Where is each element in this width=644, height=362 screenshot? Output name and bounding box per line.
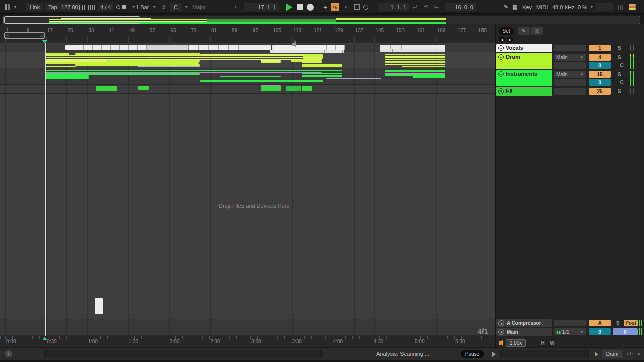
track-header-drum[interactable]: ≡ Drum Main▼ 4 S 0 C: [496, 53, 638, 70]
clip[interactable]: [220, 76, 281, 77]
drum-name-cell[interactable]: ≡ Drum: [496, 53, 552, 69]
clip[interactable]: [291, 60, 322, 62]
drum-solo-button[interactable]: S: [613, 54, 626, 61]
metronome-button[interactable]: [116, 3, 126, 11]
fold-play-icon[interactable]: [498, 329, 504, 335]
play-preview-icon[interactable]: [492, 352, 496, 357]
set-button[interactable]: Set: [499, 27, 514, 35]
clip[interactable]: [45, 77, 89, 79]
tempo-field[interactable]: 127.00: [59, 3, 81, 11]
loop-length-field[interactable]: 16. 0. 0: [445, 3, 476, 11]
vocals-name-cell[interactable]: ≡ Vocals: [496, 44, 552, 52]
next-arrow-button[interactable]: ▸: [507, 36, 513, 43]
app-menu-icon[interactable]: ▼: [5, 3, 17, 11]
key-map-button[interactable]: Key: [522, 3, 532, 11]
quantization-selector[interactable]: 1 Bar: [136, 3, 149, 11]
clip[interactable]: [96, 86, 117, 90]
instruments-routing-sub-cell[interactable]: [554, 79, 586, 86]
device-chip[interactable]: Drum: [602, 350, 623, 358]
nudge-down-button[interactable]: [79, 3, 86, 11]
scale-dropdown-icon[interactable]: ▼: [184, 3, 188, 11]
beat-time-ruler[interactable]: 1917253341495765738189971051131211291371…: [0, 24, 495, 43]
clip[interactable]: [45, 73, 76, 75]
clip[interactable]: [380, 45, 445, 49]
clip[interactable]: [45, 60, 108, 62]
fx-routing-cell[interactable]: [554, 88, 586, 95]
track-header-vocals[interactable]: ≡ Vocals 1 S: [496, 44, 638, 53]
clip[interactable]: [261, 85, 281, 90]
clip[interactable]: [75, 73, 200, 75]
clip[interactable]: [45, 57, 148, 58]
clip[interactable]: [302, 75, 342, 77]
return-a-post-button[interactable]: Post: [624, 320, 638, 326]
capture-midi-button[interactable]: ⇠: [344, 3, 350, 11]
speaker-icon[interactable]: [499, 341, 501, 345]
clip[interactable]: [385, 74, 445, 76]
clip[interactable]: [385, 61, 445, 63]
clip[interactable]: [138, 66, 200, 67]
loop-switch-button[interactable]: ⟲: [424, 3, 428, 11]
clip[interactable]: [261, 60, 281, 62]
arrangement-overview[interactable]: [3, 16, 640, 24]
clip[interactable]: [45, 75, 89, 77]
clip[interactable]: [75, 53, 200, 55]
main-crossfade-knob[interactable]: 0: [613, 328, 638, 335]
prev-arrow-button[interactable]: ◂: [499, 36, 505, 43]
track-header-fx[interactable]: ≡ FX 25 S: [496, 87, 638, 96]
clip[interactable]: [385, 70, 445, 72]
fx-name-cell[interactable]: ≡ FX: [496, 87, 552, 96]
clip[interactable]: [65, 45, 147, 50]
metronome-dropdown-icon[interactable]: ▼: [132, 3, 136, 11]
instruments-crossfade-button[interactable]: C: [613, 79, 631, 86]
clip[interactable]: [45, 66, 76, 67]
time-ruler[interactable]: 0:000:301:001:302:002:303:003:304:004:30…: [0, 336, 495, 347]
device-play-icon[interactable]: [595, 352, 598, 357]
width-zoom-button[interactable]: W: [548, 339, 556, 347]
track-header-instruments[interactable]: ≡ Instruments Main▼ 15 S 0 C: [496, 70, 638, 87]
midi-keyboard-button[interactable]: ▦: [512, 3, 517, 11]
return-a-name-cell[interactable]: A Compressor: [496, 319, 552, 327]
return-a-solo-button[interactable]: S: [613, 320, 623, 326]
return-header-a-compressor[interactable]: A Compressor A S Post: [496, 319, 638, 327]
quantization-dropdown-icon[interactable]: ▼: [152, 3, 156, 11]
drum-track-number[interactable]: 4: [589, 54, 611, 61]
nudge-up-button[interactable]: [88, 3, 96, 11]
loop-start-field[interactable]: 1. 1. 1: [378, 3, 409, 11]
clip[interactable]: [45, 55, 322, 56]
overview-view-box[interactable]: [4, 16, 140, 24]
clip[interactable]: [302, 62, 322, 63]
instruments-solo-button[interactable]: S: [613, 71, 626, 78]
clip[interactable]: [45, 72, 322, 73]
return-a-badge[interactable]: A: [589, 320, 611, 326]
clip[interactable]: [413, 76, 445, 78]
dragged-clip[interactable]: [95, 298, 103, 314]
vocals-track-number[interactable]: 1: [589, 45, 611, 51]
pencil-button[interactable]: ✎: [518, 27, 530, 35]
main-send-knob[interactable]: 0: [589, 328, 611, 335]
cpu-load-meter[interactable]: 0 %: [578, 3, 587, 11]
meter-icon[interactable]: ıllı: [627, 351, 633, 356]
add-button[interactable]: +: [323, 3, 327, 11]
play-button[interactable]: [286, 3, 292, 11]
tap-tempo-button[interactable]: Tap: [45, 3, 61, 11]
clip[interactable]: [138, 86, 149, 90]
cpu-dropdown-icon[interactable]: ▼: [590, 3, 594, 11]
fold-play-icon[interactable]: [498, 320, 504, 326]
clip[interactable]: [380, 49, 445, 52]
clip[interactable]: [385, 59, 445, 60]
clip[interactable]: [147, 45, 189, 50]
playback-speed-field[interactable]: 1.00x: [506, 339, 526, 347]
clip[interactable]: [385, 54, 445, 55]
stop-button[interactable]: [297, 3, 303, 11]
clip[interactable]: [45, 53, 69, 55]
drum-crossfade-button[interactable]: C: [613, 62, 631, 69]
clip[interactable]: [261, 62, 281, 63]
clip[interactable]: [200, 80, 323, 82]
clip[interactable]: [45, 62, 199, 64]
punch-out-button[interactable]: /¬: [434, 3, 438, 11]
clip[interactable]: [286, 86, 301, 90]
drum-send-knob[interactable]: 0: [589, 62, 611, 69]
vocals-solo-button[interactable]: S: [613, 45, 626, 51]
clip[interactable]: [272, 45, 345, 50]
main-name-cell[interactable]: Main: [496, 328, 552, 336]
